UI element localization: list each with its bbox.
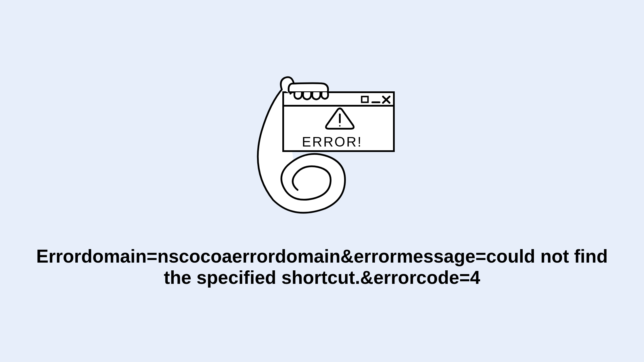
error-page-content: ERROR! Errordomain=nscocoaerrordomain&er… bbox=[20, 74, 624, 288]
svg-point-7 bbox=[339, 125, 341, 127]
error-window-label: ERROR! bbox=[302, 134, 363, 150]
error-illustration: ERROR! bbox=[241, 74, 402, 217]
error-message-text: Errordomain=nscocoaerrordomain&errormess… bbox=[20, 246, 624, 288]
